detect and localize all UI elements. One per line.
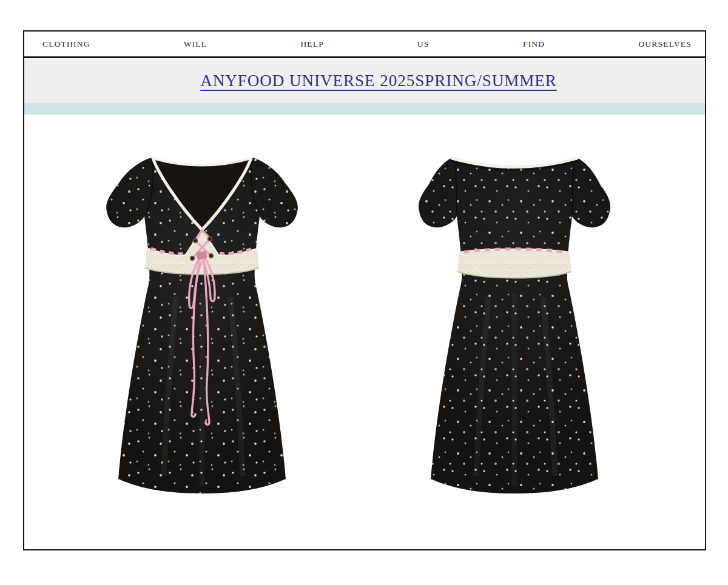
- product-image-back[interactable]: [416, 152, 616, 503]
- accent-stripe: [24, 103, 705, 115]
- dress-front-graphic: [103, 152, 303, 503]
- dress-back-body: [419, 158, 610, 493]
- dress-back-graphic: [416, 152, 616, 503]
- main-nav: CLOTHING WILL HELP US FIND OURSELVES: [24, 32, 705, 58]
- lookbook-content: [24, 115, 705, 549]
- nav-item-help[interactable]: HELP: [300, 39, 324, 49]
- nav-item-ourselves[interactable]: OURSELVES: [638, 39, 692, 49]
- page-frame: CLOTHING WILL HELP US FIND OURSELVES ANY…: [23, 30, 706, 550]
- lace-band-back: [457, 249, 571, 278]
- nav-item-will[interactable]: WILL: [184, 39, 207, 49]
- nav-item-clothing[interactable]: CLOTHING: [42, 39, 90, 49]
- banner: ANYFOOD UNIVERSE 2025SPRING/SUMMER: [24, 58, 705, 103]
- nav-item-us[interactable]: US: [417, 39, 430, 49]
- bow-knot: [196, 251, 207, 260]
- product-image-front[interactable]: [103, 152, 303, 503]
- nav-item-find[interactable]: FIND: [523, 39, 545, 49]
- collection-title[interactable]: ANYFOOD UNIVERSE 2025SPRING/SUMMER: [200, 72, 557, 90]
